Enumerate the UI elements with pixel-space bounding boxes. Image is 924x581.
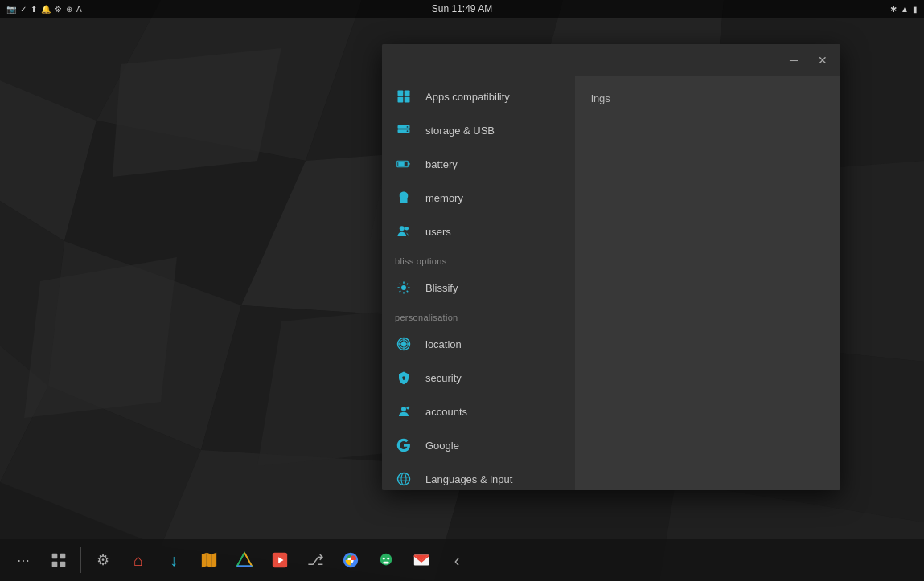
nav-item-languages[interactable]: Languages & input bbox=[382, 462, 575, 490]
battery-nav-icon bbox=[395, 155, 413, 173]
status-icon-3: ⬆ bbox=[31, 5, 37, 14]
svg-rect-25 bbox=[398, 91, 404, 96]
taskbar-settings[interactable]: ⚙ bbox=[86, 543, 120, 577]
svg-line-60 bbox=[237, 553, 244, 567]
status-bar-left: 📷 ✓ ⬆ 🔔 ⚙ ⊕ A bbox=[6, 5, 82, 14]
svg-rect-45 bbox=[403, 378, 405, 380]
minimize-button[interactable]: ─ bbox=[782, 49, 805, 72]
svg-rect-54 bbox=[52, 562, 58, 567]
nav-item-storage[interactable]: storage & USB bbox=[382, 113, 575, 147]
svg-point-70 bbox=[387, 558, 389, 560]
taskbar-play[interactable] bbox=[263, 543, 297, 577]
svg-rect-52 bbox=[52, 554, 58, 559]
nav-label-users: users bbox=[425, 226, 451, 238]
status-bar: 📷 ✓ ⬆ 🔔 ⚙ ⊕ A Sun 11:49 AM ✱ ▲ ▮ bbox=[0, 0, 924, 18]
settings-nav: Apps compatibility storage & USB bbox=[382, 76, 575, 490]
nav-item-blissify[interactable]: Blissify bbox=[382, 271, 575, 305]
svg-marker-23 bbox=[24, 257, 177, 418]
nav-label-memory: memory bbox=[425, 192, 463, 204]
window-titlebar: ─ ✕ bbox=[382, 44, 840, 76]
nav-item-security[interactable]: security bbox=[382, 361, 575, 395]
svg-rect-68 bbox=[383, 562, 388, 564]
nav-item-users[interactable]: users bbox=[382, 215, 575, 248]
taskbar-launcher[interactable]: ⋯ bbox=[6, 543, 40, 577]
language-icon bbox=[395, 470, 413, 488]
svg-marker-21 bbox=[113, 48, 281, 177]
close-button[interactable]: ✕ bbox=[811, 49, 834, 72]
panel-title: ings bbox=[591, 92, 824, 104]
status-icon-6: ⊕ bbox=[66, 5, 72, 14]
taskbar-grid-launcher[interactable] bbox=[42, 543, 76, 577]
users-icon bbox=[395, 223, 413, 240]
security-icon bbox=[395, 369, 413, 387]
settings-panel: ings bbox=[575, 76, 840, 490]
svg-point-38 bbox=[401, 285, 406, 290]
svg-point-37 bbox=[405, 227, 409, 231]
taskbar-gmail[interactable] bbox=[405, 543, 438, 577]
nav-item-google[interactable]: Google bbox=[382, 428, 575, 462]
nav-label-google: Google bbox=[425, 440, 459, 452]
nav-label-apps-compatibility: Apps compatibility bbox=[425, 91, 510, 103]
nav-item-memory[interactable]: memory bbox=[382, 181, 575, 215]
svg-rect-28 bbox=[405, 97, 410, 103]
taskbar-divider-1 bbox=[80, 547, 81, 573]
nav-label-location: location bbox=[425, 338, 462, 350]
memory-icon bbox=[395, 189, 413, 207]
taskbar-maps[interactable] bbox=[192, 543, 226, 577]
bluetooth-icon: ✱ bbox=[890, 5, 897, 14]
window-content: Apps compatibility storage & USB bbox=[382, 76, 840, 490]
location-icon bbox=[395, 335, 413, 353]
nav-item-apps-compatibility[interactable]: Apps compatibility bbox=[382, 80, 575, 113]
svg-rect-35 bbox=[398, 162, 405, 166]
wifi-icon: ▲ bbox=[901, 5, 909, 14]
nav-label-blissify: Blissify bbox=[425, 282, 458, 294]
nav-item-accounts[interactable]: accounts bbox=[382, 395, 575, 428]
section-header-bliss: Bliss Options bbox=[382, 248, 575, 271]
svg-rect-53 bbox=[60, 554, 66, 559]
blissify-icon bbox=[395, 279, 413, 297]
status-icon-2: ✓ bbox=[20, 5, 27, 14]
section-header-personalisation: personalisation bbox=[382, 305, 575, 327]
svg-point-32 bbox=[407, 130, 409, 132]
svg-rect-34 bbox=[408, 163, 409, 166]
svg-point-46 bbox=[401, 407, 406, 411]
status-icon-5: ⚙ bbox=[55, 5, 62, 14]
svg-rect-27 bbox=[398, 97, 404, 103]
nav-label-languages: Languages & input bbox=[425, 473, 512, 485]
taskbar-hangouts[interactable] bbox=[369, 543, 403, 577]
taskbar-back[interactable]: ‹ bbox=[440, 543, 474, 577]
status-icon-7: A bbox=[76, 5, 82, 14]
status-icon-4: 🔔 bbox=[41, 5, 51, 14]
svg-point-69 bbox=[383, 558, 385, 560]
svg-line-61 bbox=[244, 553, 252, 567]
svg-point-47 bbox=[406, 407, 409, 410]
settings-window: ─ ✕ Apps compatibility bbox=[382, 44, 840, 490]
battery-icon: ▮ bbox=[913, 5, 918, 14]
taskbar-drive[interactable] bbox=[228, 543, 261, 577]
nav-item-location[interactable]: location bbox=[382, 327, 575, 361]
status-icon-1: 📷 bbox=[6, 5, 16, 14]
google-icon bbox=[395, 436, 413, 454]
status-bar-time: Sun 11:49 AM bbox=[432, 3, 492, 14]
svg-marker-56 bbox=[202, 553, 216, 567]
taskbar: ⋯ ⚙ ⌂ ↓ ⎇ bbox=[0, 539, 924, 581]
status-bar-right: ✱ ▲ ▮ bbox=[890, 5, 918, 14]
taskbar-usb[interactable]: ⎇ bbox=[298, 543, 332, 577]
accounts-icon bbox=[395, 403, 413, 420]
svg-point-31 bbox=[407, 126, 409, 128]
taskbar-home[interactable]: ⌂ bbox=[121, 543, 155, 577]
svg-point-48 bbox=[398, 473, 410, 485]
nav-label-battery: battery bbox=[425, 158, 458, 170]
svg-marker-59 bbox=[237, 553, 252, 567]
svg-rect-55 bbox=[60, 562, 66, 567]
nav-item-battery[interactable]: battery bbox=[382, 147, 575, 181]
storage-icon bbox=[395, 121, 413, 139]
grid-icon bbox=[395, 88, 413, 105]
taskbar-chrome[interactable] bbox=[334, 543, 368, 577]
nav-label-accounts: accounts bbox=[425, 406, 467, 418]
svg-point-36 bbox=[400, 226, 405, 231]
svg-point-49 bbox=[401, 473, 406, 485]
taskbar-download[interactable]: ↓ bbox=[157, 543, 191, 577]
nav-label-security: security bbox=[425, 372, 462, 384]
svg-rect-26 bbox=[405, 91, 410, 96]
